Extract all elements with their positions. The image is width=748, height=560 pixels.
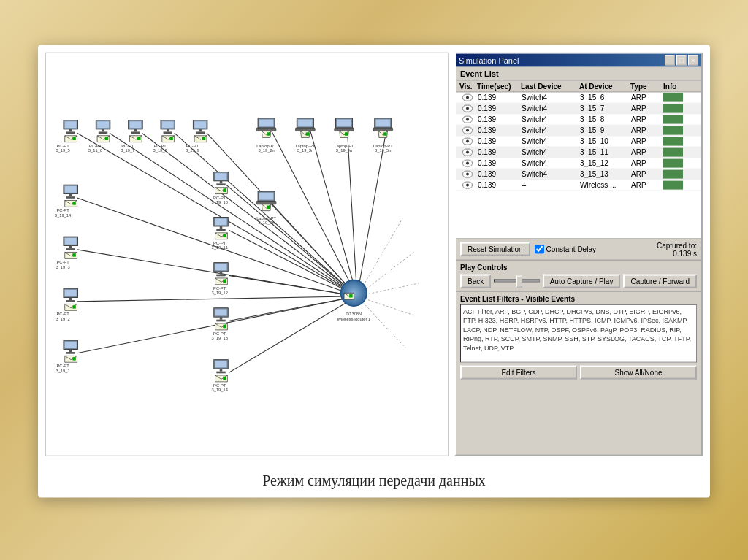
svg-rect-101 — [215, 173, 227, 180]
svg-text:3_11_6: 3_11_6 — [88, 147, 102, 152]
svg-text:PC-PT: PC-PT — [213, 383, 226, 387]
svg-rect-87 — [373, 128, 393, 131]
svg-rect-109 — [259, 192, 274, 199]
svg-rect-128 — [223, 234, 226, 237]
event-row[interactable]: 0.139 Switch4 3_15_12 ARP — [456, 158, 701, 169]
play-controls-label: Play Controls — [460, 263, 697, 271]
svg-rect-42 — [134, 129, 137, 131]
svg-text:3_19_13: 3_19_13 — [212, 336, 228, 340]
event-table-body: 0.139 Switch4 3_15_6 ARP 0.139 Switch4 3… — [456, 92, 701, 238]
sim-controls-bar: Reset Simulation Constant Delay Captured… — [456, 238, 701, 260]
svg-rect-149 — [69, 349, 72, 352]
svg-text:3_19_2: 3_19_2 — [56, 316, 69, 321]
svg-rect-157 — [220, 317, 223, 320]
event-list-label: Event List — [456, 66, 701, 80]
filters-label: Event List Filters - Visible Events — [460, 294, 697, 302]
svg-rect-116 — [65, 237, 77, 244]
svg-rect-94 — [69, 193, 72, 196]
event-row[interactable]: 0.139 Switch4 3_15_8 ARP — [456, 114, 701, 125]
svg-text:PC-PT: PC-PT — [56, 143, 69, 147]
svg-rect-144 — [223, 279, 226, 282]
svg-rect-33 — [97, 121, 109, 128]
svg-rect-49 — [162, 121, 174, 128]
event-row[interactable]: 0.139 Switch4 3_15_6 ARP — [456, 92, 701, 103]
svg-text:0/1308N: 0/1308N — [346, 312, 362, 316]
simulation-panel: Simulation Panel _ □ × Event List Vis. T… — [454, 52, 703, 456]
col-time: Time(sec) — [476, 81, 520, 91]
svg-rect-26 — [69, 129, 72, 131]
col-type: Type — [630, 81, 663, 91]
svg-text:3_19_2n: 3_19_2n — [258, 147, 274, 152]
svg-rect-173 — [349, 294, 352, 297]
event-row[interactable]: 0.139 Switch4 3_15_11 ARP — [456, 147, 701, 158]
svg-rect-43 — [131, 131, 140, 134]
svg-rect-79 — [337, 119, 351, 126]
svg-text:PC-PT: PC-PT — [213, 195, 226, 199]
event-row[interactable]: 0.139 Switch4 3_15_7 ARP — [456, 103, 701, 114]
svg-text:3_19_1n: 3_19_1n — [258, 220, 274, 225]
svg-rect-53 — [169, 137, 172, 139]
svg-line-18 — [229, 296, 357, 372]
svg-text:Laptop-PT: Laptop-PT — [335, 143, 354, 147]
back-button[interactable]: Back — [460, 274, 491, 288]
capture-forward-button[interactable]: Capture / Forward — [623, 274, 697, 288]
constant-delay-checkbox[interactable] — [535, 245, 544, 254]
event-row[interactable]: 0.139 Switch4 3_15_9 ARP — [456, 125, 701, 136]
svg-text:PC-PT: PC-PT — [56, 312, 69, 316]
svg-rect-133 — [69, 297, 72, 300]
svg-rect-156 — [215, 309, 227, 315]
svg-rect-105 — [223, 188, 226, 191]
svg-text:Laptop-PT: Laptop-PT — [256, 143, 276, 147]
svg-text:PC-PT: PC-PT — [56, 260, 69, 264]
auto-capture-button[interactable]: Auto Capture / Play — [543, 274, 621, 288]
captured-to: Captured to: 0.139 s — [657, 241, 697, 257]
svg-rect-134 — [66, 300, 75, 302]
svg-rect-34 — [102, 129, 104, 131]
filters-text: ACI_Filter, ARP, BGP, CDP, DHCP, DHCPv6,… — [460, 304, 697, 362]
event-row[interactable]: 0.139 Switch4 3_15_13 ARP — [456, 169, 701, 180]
constant-delay-label: Constant Delay — [535, 245, 596, 254]
svg-text:3_19_8: 3_19_8 — [153, 147, 167, 152]
col-vis: Vis. — [459, 81, 476, 91]
svg-line-13 — [229, 230, 357, 296]
event-row[interactable]: 0.139 Switch4 3_15_10 ARP — [456, 136, 701, 147]
svg-line-2 — [142, 133, 357, 296]
network-diagram: PC-PT 3_19_5 PC-PT 3_11_6 — [45, 52, 449, 456]
minimize-button[interactable]: _ — [665, 55, 675, 65]
svg-text:3_19_4n: 3_19_4n — [336, 147, 352, 152]
svg-rect-110 — [256, 201, 276, 204]
svg-rect-82 — [345, 132, 348, 135]
svg-line-7 — [348, 131, 357, 296]
svg-rect-141 — [220, 272, 223, 275]
svg-text:PC-PT: PC-PT — [186, 143, 199, 147]
svg-text:Wireless Router 1: Wireless Router 1 — [337, 317, 371, 321]
svg-text:3_19_9: 3_19_9 — [186, 147, 199, 152]
svg-rect-80 — [335, 128, 354, 131]
show-all-none-button[interactable]: Show All/None — [580, 365, 697, 379]
reset-simulation-button[interactable]: Reset Simulation — [460, 242, 530, 256]
filters-buttons: Edit Filters Show All/None — [460, 365, 697, 379]
close-button[interactable]: × — [688, 55, 698, 65]
svg-rect-57 — [194, 121, 206, 128]
event-row[interactable]: 0.139 -- Wireless ... ARP — [456, 180, 701, 191]
svg-rect-140 — [215, 264, 227, 270]
svg-rect-166 — [216, 371, 225, 373]
svg-text:Laptop-PT: Laptop-PT — [295, 143, 315, 147]
edit-filters-button[interactable]: Edit Filters — [460, 365, 577, 379]
play-slider[interactable] — [494, 280, 539, 283]
svg-text:3_19_3: 3_19_3 — [56, 264, 69, 269]
svg-rect-58 — [199, 129, 202, 131]
svg-text:Laptop-PT: Laptop-PT — [256, 216, 276, 220]
svg-rect-27 — [66, 131, 75, 134]
svg-rect-65 — [259, 119, 274, 126]
svg-text:3_19_5: 3_19_5 — [56, 147, 69, 152]
svg-rect-168 — [223, 376, 226, 379]
svg-line-10 — [226, 185, 357, 296]
svg-rect-97 — [72, 202, 75, 204]
svg-text:3_19_7: 3_19_7 — [121, 147, 134, 152]
svg-rect-29 — [72, 137, 75, 139]
svg-rect-158 — [216, 319, 225, 321]
maximize-button[interactable]: □ — [676, 55, 687, 65]
svg-line-1 — [110, 133, 357, 296]
slide-content: PC-PT 3_19_5 PC-PT 3_11_6 — [38, 45, 710, 463]
